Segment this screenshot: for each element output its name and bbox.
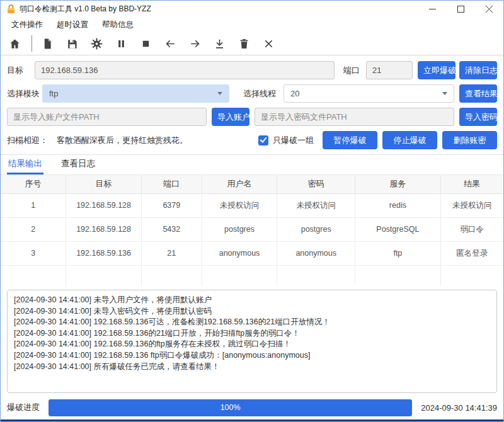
import-password-button[interactable]: 导入密码 [459,108,497,126]
pause-crack-button[interactable]: 暂停爆破 [323,131,377,149]
module-select[interactable]: ftp [42,84,229,103]
window-controls [418,1,503,17]
stop-crack-button[interactable]: 停止爆破 [382,131,437,149]
log-line: [2024-09-30 14:41:00] 所有爆破任务已完成，请查看结果！ [14,362,490,373]
log-line: [2024-09-30 14:41:00] 未导入用户文件，将使用默认账户 [14,295,490,306]
motto-label: 扫榻相迎： [7,135,48,146]
module-label: 选择模块 [7,88,42,100]
menu-bar: 文件操作超时设置帮助信息 [1,17,503,32]
log-line: [2024-09-30 14:41:00] 192.168.59.136的21端… [14,328,490,339]
module-select-value: ftp [49,89,58,98]
table-cell: anonymous [202,241,277,265]
target-input[interactable] [35,61,335,79]
close-icon[interactable] [475,1,503,17]
table-cell: 192.168.59.136 [66,241,142,265]
view-results-button[interactable]: 查看结果 [459,84,497,103]
target-label: 目标 [7,65,35,76]
import-row: 导入账户 导入密码 [7,108,497,126]
progress-value: 100% [49,399,412,416]
table-cell-empty [277,265,355,286]
port-label: 端口 [343,65,360,76]
menu-file-operations[interactable]: 文件操作 [4,18,50,32]
stop-icon[interactable] [138,36,153,51]
app-lock-icon [6,4,16,14]
download-icon[interactable] [212,36,227,51]
thread-select[interactable]: 20 [284,84,454,103]
table-cell: 1 [1,193,66,217]
gear-icon[interactable] [89,36,104,51]
column-header: 服务 [355,175,441,193]
table-cell: redis [355,193,441,217]
table-cell: 未授权访问 [202,193,277,217]
column-header: 端口 [141,175,202,193]
table-cell: 3 [1,241,66,265]
table-cell: ftp [355,241,441,265]
progress-bar: 100% [49,399,412,416]
table-cell-empty [141,265,202,286]
table-cell: 192.168.59.128 [66,217,142,241]
table-cell-empty [202,265,277,286]
table-cell: anonymous [277,241,355,265]
column-header: 用户名 [202,175,277,193]
table-cell: 2 [1,217,66,241]
home-icon[interactable] [7,36,22,51]
log-output[interactable]: [2024-09-30 14:41:00] 未导入用户文件，将使用默认账户[20… [7,290,497,393]
control-row: 扫榻相迎： 客散酒醒深夜后，更持红烛赏残花。 只爆破一组 暂停爆破 停止爆破 删… [7,131,497,149]
save-icon[interactable] [64,36,79,51]
table-cell: postgres [202,217,277,241]
table-row[interactable]: 3192.168.59.13621anonymousanonymousftp匿名… [1,241,503,265]
log-line: [2024-09-30 14:41:00] 192.168.59.136可达，准… [14,317,490,328]
app-window: 弱口令检测工具 v1.0 Beta by BBD-YZZ 文件操作超时设置帮助信… [0,0,504,422]
column-header: 序号 [1,175,66,193]
table-cell-empty [66,265,142,286]
delete-credentials-button[interactable]: 删除账密 [442,131,497,149]
motto-text: 客散酒醒深夜后，更持红烛赏残花。 [57,135,188,146]
table-cell-empty [440,265,503,286]
single-group-checkbox[interactable] [258,135,268,145]
log-line: [2024-09-30 14:41:00] 未导入密码文件，将使用默认密码 [14,306,490,317]
minimize-icon[interactable] [418,1,447,17]
table-cell: 5432 [141,217,202,241]
table-cell: 匿名登录 [440,241,503,265]
pause-icon[interactable] [113,36,129,51]
table-cell: 21 [141,241,202,265]
table-cell: PostgreSQL [355,217,441,241]
thread-label: 选择线程 [243,88,276,100]
tab-result-output[interactable]: 结果输出 [7,155,43,174]
password-path-input[interactable] [255,108,454,126]
tab-view-log[interactable]: 查看日志 [60,155,96,174]
maximize-icon[interactable] [447,1,475,17]
target-row: 目标 端口 立即爆破 清除日志 [7,61,497,79]
form-area: 目标 端口 立即爆破 清除日志 选择模块 ftp 选择线程 20 查看结果 导入… [1,55,503,154]
title-bar: 弱口令检测工具 v1.0 Beta by BBD-YZZ [1,1,503,17]
results-table: 序号目标端口用户名密码服务结果 1192.168.59.1286379未授权访问… [1,174,503,286]
toolbar-separator [32,35,32,52]
account-path-input[interactable] [7,108,207,126]
single-group-label: 只爆破一组 [273,135,314,146]
arrow-left-icon[interactable] [163,36,178,51]
import-account-button[interactable]: 导入账户 [212,108,249,126]
arrow-right-icon[interactable] [187,36,202,51]
progress-label: 爆破进度 [7,402,40,413]
log-line: [2024-09-30 14:41:00] 192.168.59.136 ftp… [14,350,490,362]
table-row[interactable]: 2192.168.59.1285432postgrespostgresPostg… [1,217,503,241]
window-bottom-edge [1,419,503,421]
table-cell: postgres [277,217,355,241]
result-tabs: 结果输出 查看日志 [1,155,503,174]
file-icon[interactable] [40,36,55,51]
close-icon[interactable] [261,36,276,51]
table-row[interactable]: 1192.168.59.1286379未授权访问未授权访问redis未授权访问 [1,193,503,217]
table-cell: 未授权访问 [440,193,503,217]
chevron-down-icon [217,92,222,95]
menu-help-info[interactable]: 帮助信息 [95,18,140,32]
column-header: 目标 [66,175,142,193]
log-line: [2024-09-30 14:41:00] 192.168.59.136的ftp… [14,339,490,350]
table-cell: 192.168.59.128 [66,193,142,217]
trash-icon[interactable] [236,36,251,51]
table-filler-row [1,265,503,286]
menu-timeout-settings[interactable]: 超时设置 [50,18,95,32]
crack-now-button[interactable]: 立即爆破 [418,61,455,79]
module-row: 选择模块 ftp 选择线程 20 查看结果 [7,84,497,103]
port-input[interactable] [366,61,413,79]
clear-log-button[interactable]: 清除日志 [459,61,497,79]
